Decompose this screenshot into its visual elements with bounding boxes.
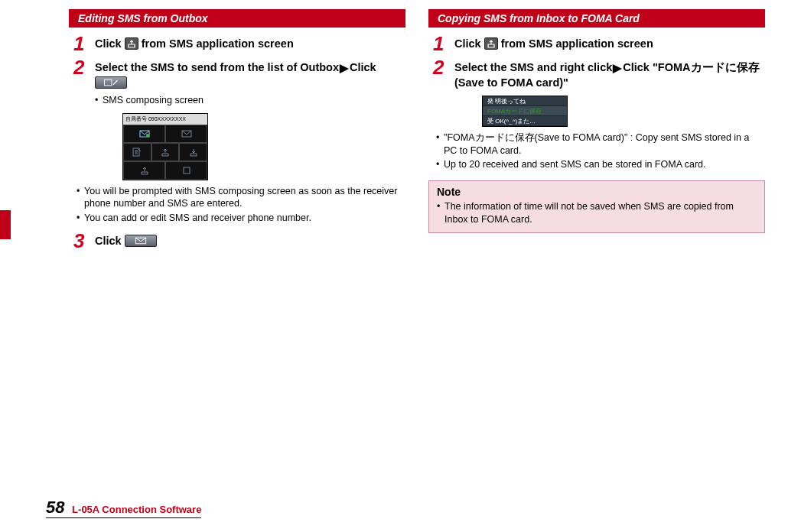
svg-rect-0 <box>104 79 112 86</box>
mock-cell <box>165 161 207 180</box>
step-1-left: 1 Click from SMS application screen <box>69 35 405 53</box>
step-number: 1 <box>433 35 447 53</box>
sub-bullet-list: "FOMAカードに保存(Save to FOMA card)" : Copy s… <box>436 131 765 172</box>
step-text: Select the SMS and right click <box>454 61 612 73</box>
list-item: "FOMAカードに保存(Save to FOMA card)" : Copy s… <box>436 131 765 157</box>
list-item: Up to 20 received and sent SMS can be st… <box>436 158 765 171</box>
list-item: SMS composing screen <box>95 94 405 107</box>
list-item: The information of time will not be save… <box>437 200 757 226</box>
outbox-icon <box>125 37 138 50</box>
step-title: Click <box>95 234 405 248</box>
mock-row: 受 OK(^_^)また… <box>483 116 567 126</box>
svg-point-2 <box>146 134 149 137</box>
outbox-icon <box>484 37 498 50</box>
mock-cell <box>123 143 151 161</box>
list-item: You can add or edit SMS and receiver pho… <box>77 212 405 225</box>
side-tab <box>0 210 11 239</box>
page-number: 58 <box>46 498 64 517</box>
triangle-icon: ▶ <box>340 61 349 75</box>
step-number: 1 <box>73 35 87 53</box>
mock-cell <box>151 143 180 161</box>
note-box: Note The information of time will not be… <box>428 180 765 233</box>
step-text: from SMS application screen <box>142 37 294 50</box>
note-title: Note <box>437 186 757 198</box>
left-column: Editing SMS from Outbox 1 Click from SMS… <box>69 9 405 257</box>
step-2-right: 2 Select the SMS and right click▶Click "… <box>428 59 765 173</box>
step-text: Select the SMS to send from the list of … <box>95 61 339 73</box>
note-list: The information of time will not be save… <box>437 200 757 226</box>
step-2-left: 2 Select the SMS to send from the list o… <box>69 59 405 226</box>
page-content: Editing SMS from Outbox 1 Click from SMS… <box>0 0 788 257</box>
step-title: Click from SMS application screen <box>454 37 765 50</box>
triangle-icon: ▶ <box>613 61 622 75</box>
footer-text: L-05A Connection Software <box>72 504 201 515</box>
step-number: 2 <box>73 59 87 76</box>
step-3-left: 3 Click <box>69 232 405 250</box>
mock-cell <box>123 161 165 180</box>
step-title: Click from SMS application screen <box>95 37 405 50</box>
mock-cell <box>179 143 207 161</box>
sms-compose-mock: 自局番号 090XXXXXXXX <box>122 113 208 180</box>
sub-bullet-list: You will be prompted with SMS composing … <box>77 185 405 225</box>
right-column: Copying SMS from Inbox to FOMA Card 1 Cl… <box>428 9 765 257</box>
step-1-right: 1 Click from SMS application screen <box>428 35 765 53</box>
mock-header: 自局番号 090XXXXXXXX <box>123 114 207 125</box>
mock-cell <box>165 125 207 143</box>
mock-row-highlight: FOMAカードに保存 <box>483 106 567 116</box>
send-button-icon <box>125 235 157 247</box>
step-text: Click <box>95 37 125 50</box>
step-text: Click <box>95 235 125 247</box>
mock-cell <box>123 125 165 143</box>
step-number: 2 <box>433 59 447 76</box>
step-title: Select the SMS and right click▶Click "FO… <box>454 60 765 89</box>
section-header-copying: Copying SMS from Inbox to FOMA Card <box>428 9 765 28</box>
mock-row: 発 明後ってね <box>483 96 567 106</box>
edit-button-icon <box>95 76 127 89</box>
step-text: Click <box>454 37 484 50</box>
sub-bullet-list: SMS composing screen <box>95 94 405 107</box>
page-footer: 58 L-05A Connection Software <box>46 498 201 518</box>
section-header-editing: Editing SMS from Outbox <box>69 9 405 28</box>
context-menu-mock: 発 明後ってね FOMAカードに保存 受 OK(^_^)また… <box>482 96 568 127</box>
svg-rect-5 <box>184 167 190 174</box>
list-item: You will be prompted with SMS composing … <box>77 185 405 211</box>
step-title: Select the SMS to send from the list of … <box>95 60 405 89</box>
step-text: from SMS application screen <box>501 37 653 50</box>
step-number: 3 <box>73 232 87 250</box>
step-text: Click <box>350 61 376 73</box>
